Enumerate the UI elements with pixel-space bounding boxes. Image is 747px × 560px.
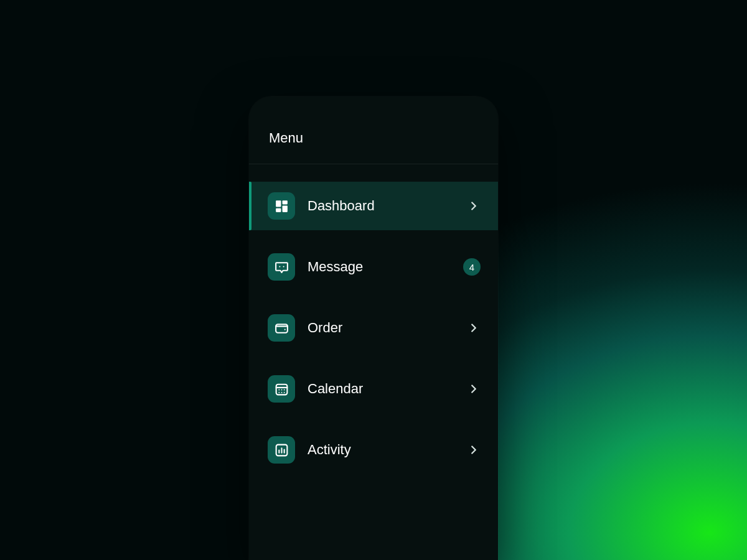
- svg-point-13: [281, 391, 282, 393]
- menu-list: Dashboard Message 4: [249, 164, 498, 474]
- svg-point-7: [284, 329, 285, 330]
- chart-icon: [268, 436, 295, 464]
- menu-item-label: Activity: [308, 442, 467, 458]
- menu-title: Menu: [269, 130, 478, 146]
- menu-header: Menu: [249, 96, 498, 164]
- menu-item-label: Order: [308, 320, 467, 336]
- svg-rect-0: [276, 200, 281, 207]
- menu-item-order[interactable]: Order: [249, 304, 498, 352]
- svg-rect-6: [276, 324, 288, 333]
- svg-point-4: [279, 266, 280, 267]
- menu-item-message[interactable]: Message 4: [249, 243, 498, 291]
- calendar-icon: [268, 375, 295, 403]
- svg-point-9: [278, 389, 280, 390]
- svg-rect-2: [282, 205, 287, 212]
- menu-item-label: Calendar: [308, 381, 467, 397]
- chevron-right-icon: [467, 382, 481, 396]
- svg-point-14: [283, 391, 284, 393]
- chevron-right-icon: [467, 443, 481, 457]
- message-icon: [268, 253, 295, 281]
- menu-item-activity[interactable]: Activity: [249, 426, 498, 474]
- menu-item-calendar[interactable]: Calendar: [249, 365, 498, 413]
- wallet-icon: [268, 314, 295, 342]
- menu-item-label: Message: [308, 259, 463, 275]
- menu-item-dashboard[interactable]: Dashboard: [249, 182, 498, 230]
- message-count-badge: 4: [463, 258, 481, 276]
- menu-panel: Menu Dashboard: [249, 96, 498, 560]
- chevron-right-icon: [467, 321, 481, 335]
- svg-point-10: [281, 389, 282, 390]
- svg-rect-1: [282, 200, 287, 204]
- svg-point-5: [283, 266, 284, 267]
- svg-point-11: [283, 389, 284, 390]
- menu-item-label: Dashboard: [308, 198, 467, 214]
- svg-point-12: [278, 391, 280, 393]
- svg-rect-3: [276, 208, 281, 212]
- dashboard-icon: [268, 192, 295, 220]
- chevron-right-icon: [467, 199, 481, 213]
